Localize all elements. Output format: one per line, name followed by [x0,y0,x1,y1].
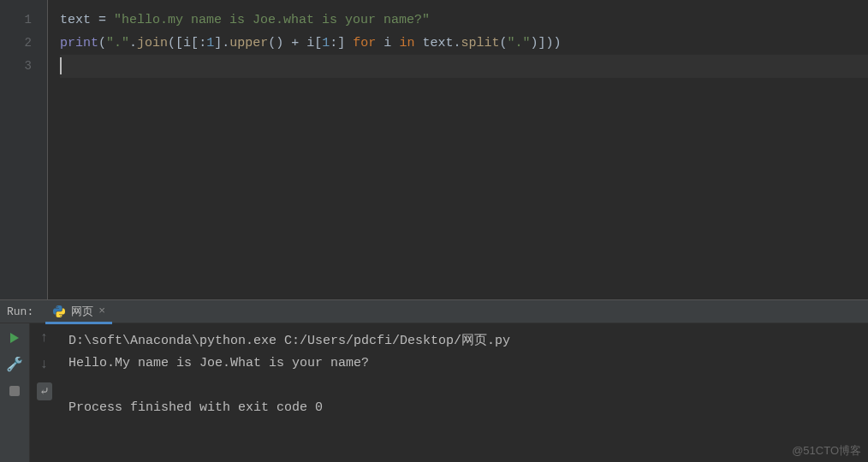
run-tab[interactable]: 网页 × [45,300,112,324]
watermark: @51CTO博客 [792,443,861,459]
console-nav-toolbar: ↑ ↓ ⤶ [29,323,58,462]
line-number: 1 [0,9,32,32]
soft-wrap-button[interactable]: ⤶ [35,382,54,400]
run-toolbar: 🔧 [0,323,29,462]
console-output[interactable]: D:\soft\Anaconda\python.exe C:/Users/pdc… [58,323,868,462]
arrow-up-icon: ↑ [40,330,49,346]
scroll-down-button[interactable]: ↓ [35,355,54,374]
stop-icon [9,386,20,396]
play-icon [10,333,19,343]
line-number: 2 [0,32,32,55]
stop-button[interactable] [5,382,24,400]
run-panel-title: Run: [7,305,33,318]
python-file-icon [52,305,66,318]
line-number-gutter: 1 2 3 [0,0,47,299]
line-number: 3 [0,55,32,78]
soft-wrap-icon: ⤶ [37,382,52,400]
text-caret [60,57,62,74]
rerun-button[interactable] [5,329,24,347]
scroll-up-button[interactable]: ↑ [35,329,54,347]
code-line[interactable] [60,55,868,78]
code-editor: 1 2 3 text = "hello.my name is Joe.what … [0,0,868,299]
run-panel-header: Run: 网页 × [0,299,868,323]
close-icon[interactable]: × [98,305,105,317]
run-panel-body: 🔧 ↑ ↓ ⤶ D:\soft\Anaconda\python.exe C:/U… [0,323,868,462]
code-line[interactable]: text = "hello.my name is Joe.what is you… [60,9,868,32]
code-area[interactable]: text = "hello.my name is Joe.what is you… [47,0,868,299]
code-line[interactable]: print(".".join([i[:1].upper() + i[1:] fo… [60,32,868,55]
settings-button[interactable]: 🔧 [5,355,24,374]
run-tab-label: 网页 [71,304,93,319]
arrow-down-icon: ↓ [40,357,49,372]
wrench-icon: 🔧 [6,356,23,373]
